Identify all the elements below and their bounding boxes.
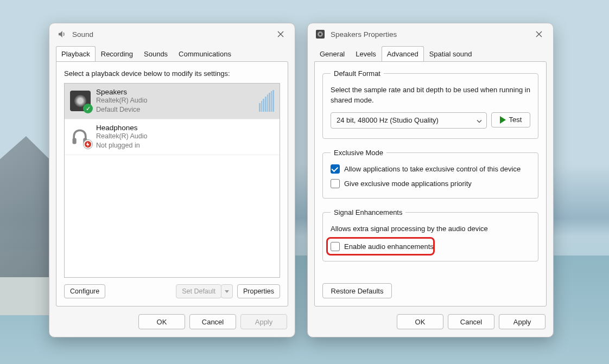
set-default-split-button[interactable]: Set Default (176, 284, 233, 298)
restore-defaults-button[interactable]: Restore Defaults (322, 283, 392, 298)
device-item-speakers[interactable]: ✓ Speakers Realtek(R) Audio Default Devi… (65, 84, 280, 119)
svg-rect-0 (73, 138, 77, 144)
ok-button[interactable]: OK (138, 314, 185, 329)
checkbox-enable-enhancements[interactable] (331, 242, 340, 251)
format-select[interactable]: 24 bit, 48000 Hz (Studio Quality) (331, 112, 487, 129)
speakers-properties-window: Speakers Properties General Levels Advan… (307, 23, 554, 337)
properties-button[interactable]: Properties (237, 284, 280, 298)
sound-icon (57, 29, 67, 39)
play-icon (500, 116, 506, 124)
titlebar[interactable]: Sound (49, 23, 295, 45)
dialog-buttons: OK Cancel Apply (49, 311, 295, 337)
checkbox-label: Allow applications to take exclusive con… (344, 165, 521, 173)
headphone-icon (70, 126, 91, 147)
exclusive-mode-group: Exclusive Mode Allow applications to tak… (322, 149, 538, 199)
set-default-dropdown[interactable] (221, 284, 233, 298)
tab-advanced[interactable]: Advanced (382, 46, 424, 62)
tabpanel-playback: Select a playback device below to modify… (56, 61, 288, 306)
device-list[interactable]: ✓ Speakers Realtek(R) Audio Default Devi… (64, 83, 280, 278)
default-format-group: Default Format Select the sample rate an… (322, 69, 538, 139)
group-legend: Exclusive Mode (331, 149, 386, 157)
checkbox-label: Give exclusive mode applications priorit… (344, 180, 472, 188)
chevron-down-icon (477, 116, 482, 124)
device-driver: Realtek(R) Audio (96, 96, 253, 105)
group-legend: Default Format (331, 69, 384, 78)
checkbox-exclusive-control[interactable] (331, 164, 340, 174)
close-button[interactable] (273, 27, 288, 42)
tab-communications[interactable]: Communications (173, 46, 237, 62)
cancel-button[interactable]: Cancel (448, 314, 494, 329)
test-button[interactable]: Test (491, 112, 530, 127)
speaker-small-icon (315, 29, 325, 39)
tab-sounds[interactable]: Sounds (138, 46, 173, 62)
device-name: Headphones (96, 124, 274, 132)
help-text: Allows extra signal processing by the au… (331, 224, 530, 234)
close-button[interactable] (531, 27, 547, 42)
instruction-text: Select a playback device below to modify… (64, 69, 280, 78)
tab-spatial-sound[interactable]: Spatial sound (424, 46, 478, 62)
tab-playback[interactable]: Playback (56, 46, 96, 62)
dialog-buttons: OK Cancel Apply (308, 311, 553, 337)
test-label: Test (509, 116, 522, 124)
speaker-icon: ✓ (70, 91, 91, 111)
apply-button[interactable]: Apply (240, 314, 287, 329)
device-status: Default Device (96, 105, 253, 114)
window-title: Sound (72, 30, 93, 39)
configure-button[interactable]: Configure (64, 284, 105, 298)
tab-general[interactable]: General (314, 46, 350, 62)
tabs: Playback Recording Sounds Communications (49, 45, 295, 61)
help-text: Select the sample rate and bit depth to … (331, 85, 530, 106)
device-item-headphones[interactable]: Headphones Realtek(R) Audio Not plugged … (65, 119, 280, 155)
device-driver: Realtek(R) Audio (96, 132, 274, 141)
tabpanel-advanced: Default Format Select the sample rate an… (314, 61, 547, 306)
ok-button[interactable]: OK (397, 314, 443, 329)
device-name: Speakers (96, 88, 253, 96)
cancel-button[interactable]: Cancel (189, 314, 236, 329)
format-value: 24 bit, 48000 Hz (Studio Quality) (337, 116, 439, 124)
tabs: General Levels Advanced Spatial sound (308, 45, 553, 61)
signal-enhancements-group: Signal Enhancements Allows extra signal … (322, 208, 538, 261)
set-default-button[interactable]: Set Default (176, 284, 221, 298)
device-status: Not plugged in (96, 141, 274, 150)
level-meter (259, 90, 274, 112)
sound-window: Sound Playback Recording Sounds Communic… (49, 23, 295, 337)
svg-point-5 (319, 33, 321, 35)
checkbox-label: Enable audio enhancements (344, 242, 434, 251)
tab-recording[interactable]: Recording (96, 46, 138, 62)
tab-levels[interactable]: Levels (350, 46, 382, 62)
apply-button[interactable]: Apply (499, 314, 545, 329)
titlebar[interactable]: Speakers Properties (308, 23, 553, 45)
status-badge-err (83, 139, 93, 149)
status-badge-ok: ✓ (83, 104, 93, 113)
window-title: Speakers Properties (331, 30, 397, 39)
checkbox-exclusive-priority[interactable] (331, 179, 340, 188)
group-legend: Signal Enhancements (331, 208, 405, 216)
